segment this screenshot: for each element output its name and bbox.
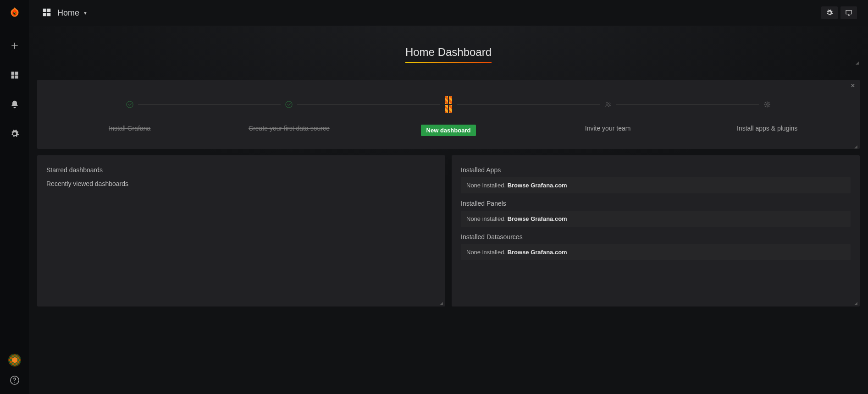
question-circle-icon bbox=[10, 375, 20, 385]
grafana-logo[interactable] bbox=[8, 6, 22, 20]
dashboard-icon bbox=[445, 96, 452, 113]
step-new-dashboard[interactable]: New dashboard bbox=[369, 96, 528, 136]
grid-icon bbox=[10, 71, 19, 80]
sidebar-item-alerting[interactable] bbox=[4, 95, 26, 114]
svg-point-11 bbox=[764, 104, 765, 105]
installed-datasources-heading: Installed Datasources bbox=[461, 233, 851, 241]
check-circle-icon bbox=[126, 97, 133, 112]
help-button[interactable] bbox=[9, 375, 20, 386]
monitor-icon bbox=[845, 9, 852, 16]
installed-apps-empty: None installed. Browse Grafana.com bbox=[461, 177, 851, 193]
main: Home Dashboard ◢ ✕ Install Grafana bbox=[29, 26, 868, 394]
close-button[interactable]: ✕ bbox=[851, 82, 855, 89]
caret-down-icon: ▼ bbox=[83, 11, 88, 16]
cycle-view-button[interactable] bbox=[840, 6, 857, 19]
svg-point-8 bbox=[766, 104, 768, 105]
step-label: Invite your team bbox=[585, 125, 631, 132]
plugins-panel: Installed Apps None installed. Browse Gr… bbox=[452, 155, 860, 306]
svg-point-14 bbox=[768, 102, 769, 103]
svg-point-4 bbox=[127, 101, 133, 108]
topbar: Home ▼ bbox=[29, 0, 868, 26]
grafana-logo-icon bbox=[8, 6, 22, 20]
panels-row: Starred dashboards Recently viewed dashb… bbox=[37, 155, 860, 306]
topbar-right bbox=[821, 6, 857, 19]
resize-handle-icon[interactable]: ◢ bbox=[855, 60, 859, 64]
new-dashboard-button[interactable]: New dashboard bbox=[421, 125, 476, 136]
installed-panels-heading: Installed Panels bbox=[461, 200, 851, 207]
installed-panels-empty: None installed. Browse Grafana.com bbox=[461, 211, 851, 227]
step-label: Create your first data source bbox=[249, 125, 330, 132]
svg-point-5 bbox=[286, 101, 292, 108]
dashboards-panel: Starred dashboards Recently viewed dashb… bbox=[37, 155, 445, 306]
empty-text: None installed. bbox=[466, 249, 506, 256]
sidebar-item-create[interactable] bbox=[4, 37, 26, 55]
gear-icon bbox=[10, 129, 19, 138]
svg-point-9 bbox=[767, 102, 768, 103]
browse-apps-link[interactable]: Browse Grafana.com bbox=[508, 182, 567, 189]
empty-text: None installed. bbox=[466, 182, 506, 189]
sidebar-bottom bbox=[8, 354, 21, 394]
dashboard-picker-label: Home bbox=[57, 8, 79, 18]
check-circle-icon bbox=[285, 97, 293, 112]
settings-button[interactable] bbox=[821, 6, 838, 19]
dashboards-icon bbox=[42, 7, 52, 19]
step-label: Install Grafana bbox=[109, 125, 150, 132]
dashboard-picker[interactable]: Home ▼ bbox=[42, 7, 88, 19]
sidebar-item-dashboards[interactable] bbox=[4, 66, 26, 84]
sidebar-item-configuration[interactable] bbox=[4, 125, 26, 143]
bell-icon bbox=[10, 100, 19, 109]
sidebar bbox=[0, 0, 29, 394]
svg-point-13 bbox=[765, 102, 766, 103]
getting-started-panel: ✕ Install Grafana Create your first bbox=[37, 80, 860, 149]
step-install-grafana[interactable]: Install Grafana bbox=[50, 96, 210, 132]
step-install-plugins[interactable]: Install apps & plugins bbox=[687, 96, 847, 132]
svg-point-10 bbox=[767, 106, 768, 107]
browse-panels-link[interactable]: Browse Grafana.com bbox=[508, 215, 567, 222]
step-create-datasource[interactable]: Create your first data source bbox=[210, 96, 369, 132]
resize-handle-icon[interactable]: ◢ bbox=[854, 144, 858, 148]
starred-dashboards-heading: Starred dashboards bbox=[46, 166, 436, 174]
user-avatar[interactable] bbox=[8, 354, 21, 367]
svg-point-16 bbox=[768, 106, 769, 107]
step-label: Install apps & plugins bbox=[737, 125, 797, 132]
svg-point-7 bbox=[608, 103, 610, 104]
recent-dashboards-heading: Recently viewed dashboards bbox=[46, 180, 436, 187]
svg-point-3 bbox=[14, 382, 15, 383]
sidebar-nav bbox=[4, 37, 26, 143]
close-icon: ✕ bbox=[851, 82, 855, 89]
resize-handle-icon[interactable]: ◢ bbox=[440, 301, 443, 305]
step-invite-team[interactable]: Invite your team bbox=[528, 96, 688, 132]
users-icon bbox=[604, 96, 612, 113]
installed-datasources-empty: None installed. Browse Grafana.com bbox=[461, 244, 851, 260]
svg-point-12 bbox=[769, 104, 770, 105]
svg-point-15 bbox=[765, 106, 766, 107]
onboarding-steps: Install Grafana Create your first data s… bbox=[50, 96, 847, 136]
installed-apps-heading: Installed Apps bbox=[461, 166, 851, 174]
title-panel: Home Dashboard ◢ bbox=[37, 46, 860, 63]
plus-icon bbox=[10, 41, 19, 50]
page-title: Home Dashboard bbox=[405, 46, 492, 63]
gear-icon bbox=[826, 9, 833, 16]
browse-datasources-link[interactable]: Browse Grafana.com bbox=[508, 249, 567, 256]
resize-handle-icon[interactable]: ◢ bbox=[854, 301, 858, 305]
svg-point-6 bbox=[606, 103, 608, 104]
apps-icon bbox=[763, 96, 771, 113]
empty-text: None installed. bbox=[466, 215, 506, 222]
